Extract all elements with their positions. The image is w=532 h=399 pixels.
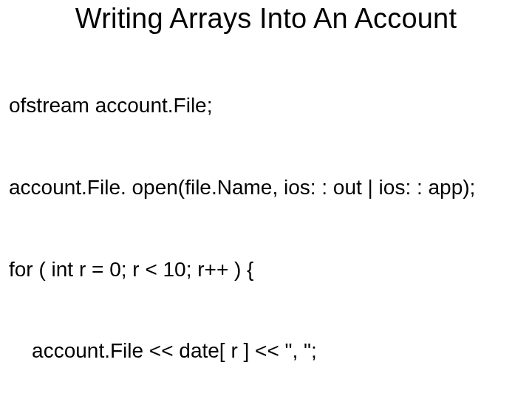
code-line: account.File << date[ r ] << ", "; — [9, 338, 523, 365]
code-line: account.File. open(file.Name, ios: : out… — [9, 174, 523, 202]
code-line: for ( int r = 0; r < 10; r++ ) { — [9, 256, 523, 284]
slide: Writing Arrays Into An Account ofstream … — [0, 0, 532, 399]
slide-title: Writing Arrays Into An Account — [9, 3, 523, 35]
code-block: ofstream account.File; account.File. ope… — [9, 38, 523, 399]
code-line: ofstream account.File; — [9, 92, 523, 120]
